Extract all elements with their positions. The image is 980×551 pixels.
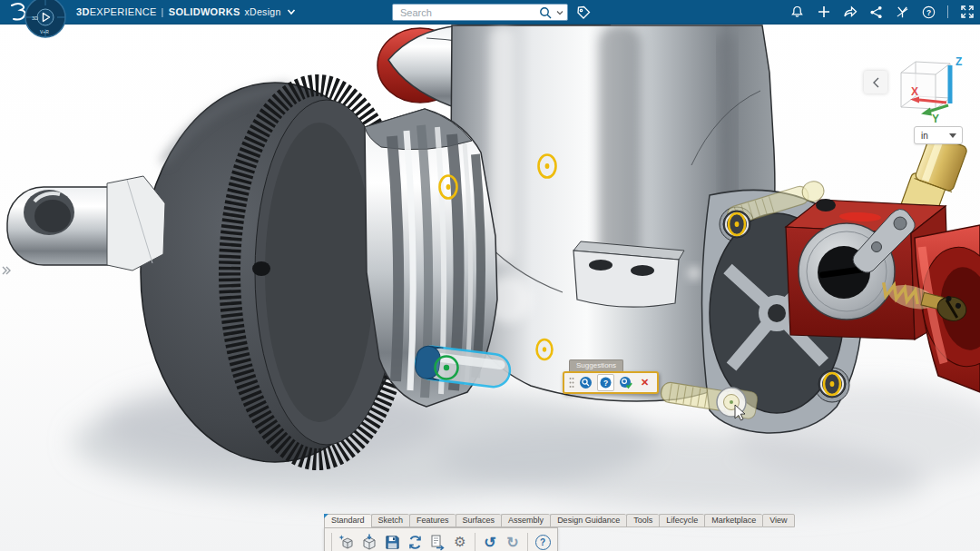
axis-x-label: X: [911, 85, 918, 98]
settings-button[interactable]: ⚙: [450, 532, 470, 551]
collab-tools-icon[interactable]: [895, 5, 910, 20]
tab-design-guidance[interactable]: Design Guidance: [550, 514, 626, 527]
3dexperience-compass[interactable]: 3D V+R: [24, 0, 67, 39]
app-name: xDesign: [245, 6, 281, 17]
tag-icon[interactable]: [576, 5, 591, 20]
tab-view[interactable]: View: [762, 514, 794, 527]
suggestion-info-button[interactable]: ?: [597, 374, 614, 391]
toolbar-divider: [331, 533, 332, 551]
panel-expander-icon[interactable]: [1, 264, 12, 280]
xdesign-app-window: 3DEXPERIENCE | SOLIDWORKS xDesign: [0, 0, 980, 551]
transfer-button[interactable]: [427, 532, 447, 551]
tab-marketplace[interactable]: Marketplace: [704, 514, 762, 527]
redo-icon: ↻: [506, 534, 518, 551]
toolbar-divider: [527, 533, 528, 551]
tab-lifecycle[interactable]: Lifecycle: [659, 514, 704, 527]
brand-title: 3DEXPERIENCE | SOLIDWORKS xDesign: [76, 0, 296, 24]
axis-y-label: Y: [932, 113, 939, 125]
tab-assembly[interactable]: Assembly: [501, 514, 550, 527]
action-bar: Standard Sketch Features Surfaces Assemb…: [324, 514, 795, 551]
suggestion-close-button[interactable]: ✕: [637, 375, 652, 390]
view-cube[interactable]: Z X Y: [894, 51, 970, 127]
search-magnifier-icon[interactable]: [539, 6, 552, 19]
brand-experience: EXPERIENCE: [90, 6, 157, 17]
share-arrow-icon[interactable]: [842, 5, 858, 20]
svg-text:?: ?: [603, 379, 608, 388]
topbar-actions: ?: [789, 0, 975, 24]
suggestion-accept-button[interactable]: [618, 375, 633, 390]
mate-indicator: [818, 370, 846, 398]
units-value: in: [915, 131, 949, 141]
search-box[interactable]: [392, 4, 568, 21]
redo-button[interactable]: ↻: [503, 532, 523, 551]
tab-surfaces[interactable]: Surfaces: [456, 514, 502, 527]
collapse-panel-button[interactable]: [864, 71, 887, 93]
standard-toolbar: ⚙ ↺ ↻ ?: [324, 527, 558, 551]
compass-3d-label: 3D: [32, 15, 38, 21]
search-area: [392, 4, 591, 21]
model-shaft[interactable]: [7, 176, 165, 271]
suggestion-search-button[interactable]: [578, 375, 593, 390]
new-design-button[interactable]: [337, 532, 357, 551]
suggestions-popup: Suggestions ?: [563, 355, 659, 394]
mate-indicator: [723, 211, 750, 238]
fullscreen-expand-icon[interactable]: [959, 5, 975, 20]
axis-z-label: Z: [956, 55, 962, 68]
brand-3d: 3D: [76, 6, 90, 17]
suggestions-toolbar: ? ✕: [563, 371, 659, 394]
save-button[interactable]: [382, 532, 402, 551]
undo-button[interactable]: ↺: [480, 532, 500, 551]
help-button[interactable]: ?: [533, 532, 553, 551]
help-icon[interactable]: ?: [921, 5, 936, 20]
topbar-divider: [947, 5, 948, 18]
search-input[interactable]: [398, 6, 539, 19]
app-switcher-chevron-icon[interactable]: [287, 8, 296, 15]
toolbar-divider: [475, 533, 475, 551]
sync-button[interactable]: [405, 532, 425, 551]
drag-handle-icon[interactable]: [569, 377, 574, 389]
svg-text:?: ?: [926, 7, 931, 16]
tab-sketch[interactable]: Sketch: [371, 514, 410, 527]
suggestions-label: Suggestions: [569, 359, 623, 371]
tab-tools[interactable]: Tools: [626, 514, 659, 527]
help-circle-icon: ?: [535, 535, 551, 550]
add-plus-icon[interactable]: [816, 5, 831, 20]
brand-divider: |: [162, 6, 164, 17]
3d-model-viewport[interactable]: [0, 0, 980, 551]
search-options-chevron-icon[interactable]: [555, 9, 564, 16]
undo-icon: ↺: [484, 534, 495, 551]
ribbon-tabs: Standard Sketch Features Surfaces Assemb…: [324, 514, 795, 527]
units-dropdown[interactable]: in: [914, 126, 963, 144]
tab-standard[interactable]: Standard: [324, 514, 371, 528]
open-button[interactable]: [359, 532, 379, 551]
brand-product: SOLIDWORKS: [169, 6, 240, 17]
compass-vr-label: V+R: [40, 29, 49, 34]
share-network-icon[interactable]: [868, 5, 884, 20]
gear-icon: ⚙: [454, 534, 466, 550]
units-caret-icon: [949, 133, 956, 138]
tab-features[interactable]: Features: [409, 514, 456, 527]
notifications-bell-icon[interactable]: [789, 5, 805, 20]
